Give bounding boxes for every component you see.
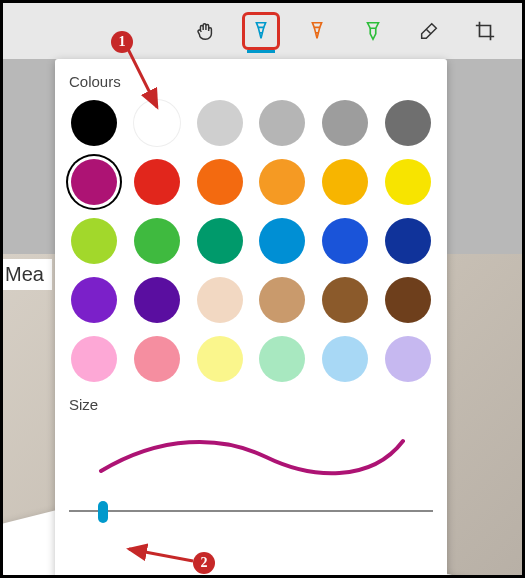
stroke-size-preview bbox=[69, 423, 433, 485]
colour-swatch[interactable] bbox=[197, 336, 243, 382]
colour-swatch[interactable] bbox=[71, 218, 117, 264]
colours-heading: Colours bbox=[69, 73, 433, 90]
eraser-tool[interactable] bbox=[410, 12, 448, 50]
colour-swatch[interactable] bbox=[259, 336, 305, 382]
slider-track-line bbox=[69, 510, 433, 512]
markup-toolbar bbox=[3, 3, 522, 59]
colour-swatch[interactable] bbox=[134, 218, 180, 264]
colour-swatch-grid bbox=[69, 100, 433, 382]
colour-swatch[interactable] bbox=[197, 159, 243, 205]
highlighter-tool[interactable] bbox=[354, 12, 392, 50]
colour-swatch[interactable] bbox=[134, 100, 180, 146]
pen-options-popup: Colours Size bbox=[55, 59, 447, 578]
annotation-badge-2: 2 bbox=[193, 552, 215, 574]
colour-swatch[interactable] bbox=[259, 218, 305, 264]
colour-swatch[interactable] bbox=[197, 277, 243, 323]
colour-swatch[interactable] bbox=[197, 218, 243, 264]
colour-swatch[interactable] bbox=[385, 100, 431, 146]
colour-swatch[interactable] bbox=[385, 277, 431, 323]
colour-swatch[interactable] bbox=[322, 159, 368, 205]
colour-swatch[interactable] bbox=[385, 336, 431, 382]
colour-swatch[interactable] bbox=[385, 218, 431, 264]
crop-tool[interactable] bbox=[466, 12, 504, 50]
pen-tool[interactable] bbox=[242, 12, 280, 50]
colour-swatch[interactable] bbox=[71, 277, 117, 323]
colour-swatch[interactable] bbox=[259, 277, 305, 323]
colour-swatch[interactable] bbox=[197, 100, 243, 146]
page-peek-text: Mea bbox=[3, 259, 52, 290]
colour-swatch[interactable] bbox=[322, 277, 368, 323]
pan-tool[interactable] bbox=[186, 12, 224, 50]
colour-swatch[interactable] bbox=[134, 159, 180, 205]
size-heading: Size bbox=[69, 396, 433, 413]
slider-thumb[interactable] bbox=[98, 501, 108, 523]
colour-swatch[interactable] bbox=[259, 159, 305, 205]
colour-swatch[interactable] bbox=[322, 100, 368, 146]
colour-swatch[interactable] bbox=[385, 159, 431, 205]
colour-swatch[interactable] bbox=[322, 336, 368, 382]
size-slider[interactable] bbox=[69, 503, 433, 519]
colour-swatch[interactable] bbox=[71, 336, 117, 382]
colour-swatch[interactable] bbox=[134, 277, 180, 323]
colour-swatch[interactable] bbox=[322, 218, 368, 264]
colour-swatch[interactable] bbox=[71, 100, 117, 146]
colour-swatch[interactable] bbox=[259, 100, 305, 146]
colour-swatch[interactable] bbox=[134, 336, 180, 382]
colour-swatch[interactable] bbox=[71, 159, 117, 205]
annotation-badge-1: 1 bbox=[111, 31, 133, 53]
pen-orange-tool[interactable] bbox=[298, 12, 336, 50]
